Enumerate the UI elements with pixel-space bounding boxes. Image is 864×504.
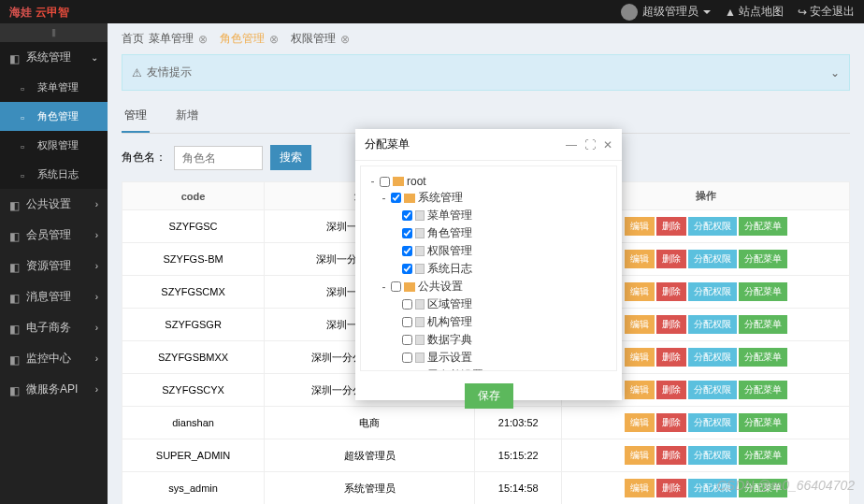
sidebar-subitem[interactable]: ▫角色管理 — [0, 102, 108, 131]
tab-add[interactable]: 新增 — [173, 100, 201, 133]
tree-node[interactable]: 黑名单设置 — [368, 367, 609, 371]
tree-checkbox[interactable] — [380, 177, 390, 187]
sidebar-item[interactable]: ◧电子商务› — [0, 312, 108, 343]
breadcrumb-item[interactable]: 菜单管理 — [149, 31, 194, 47]
toggle-icon[interactable] — [391, 245, 399, 258]
tree-checkbox[interactable] — [402, 353, 412, 363]
tree-node[interactable]: 机构管理 — [368, 313, 609, 331]
breadcrumb-item[interactable]: 首页 — [122, 31, 144, 47]
tree-checkbox[interactable] — [391, 193, 401, 203]
tree-checkbox[interactable] — [402, 228, 412, 238]
collapse-icon[interactable]: ⌄ — [830, 66, 840, 79]
breadcrumb-item[interactable]: 权限管理 — [291, 31, 336, 47]
sidebar-item[interactable]: ◧资源管理› — [0, 251, 108, 281]
delete-button[interactable]: 删除 — [656, 282, 686, 301]
toggle-icon[interactable]: - — [368, 175, 377, 188]
delete-button[interactable]: 删除 — [656, 446, 686, 465]
sidebar-item[interactable]: ◧系统管理⌄ — [0, 42, 108, 73]
toggle-icon[interactable] — [391, 263, 399, 276]
close-icon[interactable]: ⊗ — [340, 33, 350, 46]
sidebar-item[interactable]: ◧会员管理› — [0, 220, 108, 251]
assign-menu-button[interactable]: 分配菜单 — [739, 217, 787, 236]
edit-button[interactable]: 编辑 — [625, 217, 655, 236]
delete-button[interactable]: 删除 — [656, 479, 686, 497]
modal-max-icon[interactable]: ⛶ — [584, 138, 596, 151]
assign-perm-button[interactable]: 分配权限 — [688, 348, 737, 367]
assign-perm-button[interactable]: 分配权限 — [688, 381, 737, 399]
tree-checkbox[interactable] — [402, 370, 412, 371]
assign-perm-button[interactable]: 分配权限 — [688, 446, 737, 465]
sitemap-link[interactable]: ▲ 站点地图 — [725, 4, 784, 20]
tree-checkbox[interactable] — [402, 299, 412, 310]
search-input[interactable] — [174, 146, 263, 170]
assign-menu-button[interactable]: 分配菜单 — [739, 413, 787, 432]
edit-button[interactable]: 编辑 — [625, 282, 655, 301]
toggle-icon[interactable] — [391, 227, 399, 240]
sidebar-subitem[interactable]: ▫系统日志 — [0, 160, 108, 189]
tree-node[interactable]: 数据字典 — [368, 331, 609, 349]
sidebar-subitem[interactable]: ▫权限管理 — [0, 131, 108, 160]
toggle-icon[interactable] — [391, 334, 399, 347]
edit-button[interactable]: 编辑 — [625, 315, 655, 334]
save-button[interactable]: 保存 — [465, 383, 513, 409]
tree-checkbox[interactable] — [402, 335, 412, 345]
tree-node[interactable]: 菜单管理 — [368, 207, 609, 224]
edit-button[interactable]: 编辑 — [625, 381, 655, 399]
menu-tree[interactable]: -root-系统管理 菜单管理 角色管理 权限管理 系统日志-公共设置 区域管理… — [360, 166, 617, 371]
modal-min-icon[interactable]: — — [566, 138, 577, 151]
toggle-icon[interactable]: - — [380, 281, 388, 294]
edit-button[interactable]: 编辑 — [625, 250, 655, 268]
tree-node[interactable]: 区域管理 — [368, 295, 609, 313]
toggle-icon[interactable] — [391, 298, 399, 311]
toggle-icon[interactable] — [391, 352, 399, 365]
assign-perm-button[interactable]: 分配权限 — [688, 217, 737, 236]
assign-menu-button[interactable]: 分配菜单 — [739, 348, 787, 367]
assign-perm-button[interactable]: 分配权限 — [688, 413, 737, 432]
close-icon[interactable]: ⊗ — [269, 33, 279, 46]
delete-button[interactable]: 删除 — [656, 413, 686, 432]
tree-node[interactable]: -公共设置 — [368, 278, 609, 295]
tree-node[interactable]: 显示设置 — [368, 349, 609, 367]
close-icon[interactable]: ⊗ — [198, 33, 208, 46]
toggle-icon[interactable] — [391, 369, 399, 372]
toggle-icon[interactable] — [391, 209, 399, 223]
delete-button[interactable]: 删除 — [656, 315, 686, 334]
delete-button[interactable]: 删除 — [656, 250, 686, 268]
edit-button[interactable]: 编辑 — [625, 479, 655, 497]
assign-menu-button[interactable]: 分配菜单 — [739, 446, 787, 465]
breadcrumb-item[interactable]: 角色管理 — [220, 31, 265, 47]
assign-menu-button[interactable]: 分配菜单 — [739, 315, 787, 334]
edit-button[interactable]: 编辑 — [625, 446, 655, 465]
modal-close-icon[interactable]: ✕ — [603, 138, 612, 151]
delete-button[interactable]: 删除 — [656, 217, 686, 236]
tree-checkbox[interactable] — [402, 264, 412, 274]
sidebar-subitem[interactable]: ▫菜单管理 — [0, 73, 108, 102]
logout-link[interactable]: ↪ 安全退出 — [798, 4, 855, 20]
delete-button[interactable]: 删除 — [656, 348, 686, 367]
tree-node[interactable]: 角色管理 — [368, 224, 609, 242]
tree-node[interactable]: -系统管理 — [368, 189, 609, 207]
search-button[interactable]: 搜索 — [270, 145, 311, 170]
assign-menu-button[interactable]: 分配菜单 — [739, 250, 787, 268]
sidebar-item[interactable]: ◧微服务API› — [0, 374, 108, 405]
user-menu[interactable]: 超级管理员 — [621, 4, 711, 21]
toggle-icon[interactable]: - — [380, 192, 388, 205]
assign-perm-button[interactable]: 分配权限 — [688, 282, 737, 301]
tree-node[interactable]: 权限管理 — [368, 242, 609, 260]
tree-node[interactable]: 系统日志 — [368, 260, 609, 278]
tree-checkbox[interactable] — [391, 281, 401, 292]
assign-menu-button[interactable]: 分配菜单 — [739, 381, 787, 399]
assign-perm-button[interactable]: 分配权限 — [688, 315, 737, 334]
tree-checkbox[interactable] — [402, 246, 412, 256]
assign-perm-button[interactable]: 分配权限 — [688, 250, 737, 268]
edit-button[interactable]: 编辑 — [625, 413, 655, 432]
sidebar-item[interactable]: ◧监控中心› — [0, 343, 108, 374]
tree-node[interactable]: -root — [368, 174, 609, 189]
sidebar-item[interactable]: ◧公共设置› — [0, 189, 108, 220]
tab-manage[interactable]: 管理 — [122, 100, 150, 133]
delete-button[interactable]: 删除 — [656, 381, 686, 399]
tree-checkbox[interactable] — [402, 210, 412, 221]
edit-button[interactable]: 编辑 — [625, 348, 655, 367]
toggle-icon[interactable] — [391, 316, 399, 329]
tree-checkbox[interactable] — [402, 317, 412, 327]
